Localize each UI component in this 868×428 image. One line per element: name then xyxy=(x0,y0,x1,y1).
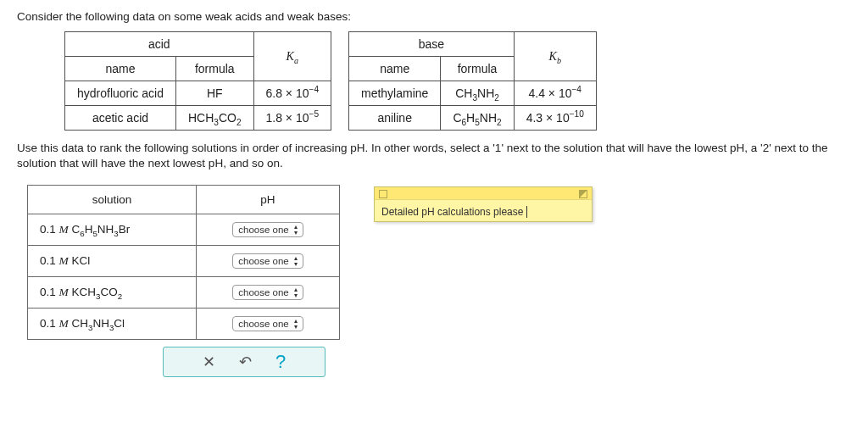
table-row: 0.1 M KCH3CO2 choose one▴▾ xyxy=(28,277,340,308)
acid-formula-header: formula xyxy=(175,57,253,81)
solution-header: solution xyxy=(28,186,197,214)
solution-table: solution pH 0.1 M C6H5NH3Br choose one▴▾… xyxy=(27,185,340,340)
note-handle-icon xyxy=(379,190,387,198)
base-formula-cell: C6H5NH2 xyxy=(441,106,514,131)
solution-cell: 0.1 M CH3NH3Cl xyxy=(28,308,197,340)
solution-cell: 0.1 M KCl xyxy=(28,246,197,277)
base-kb-cell: 4.4 × 10−4 xyxy=(514,81,596,106)
table-row: 0.1 M KCl choose one▴▾ xyxy=(28,246,340,277)
sticky-note[interactable]: Detailed pH calculations please xyxy=(374,186,593,222)
base-formula-header: formula xyxy=(441,57,514,81)
chevron-updown-icon: ▴▾ xyxy=(294,224,298,236)
base-group-header: base xyxy=(349,32,515,57)
instructions-text: Use this data to rank the following solu… xyxy=(17,141,851,171)
table-row: 0.1 M CH3NH3Cl choose one▴▾ xyxy=(28,308,340,340)
table-row: 0.1 M C6H5NH3Br choose one▴▾ xyxy=(28,214,340,246)
chevron-updown-icon: ▴▾ xyxy=(294,255,298,267)
acid-formula-cell: HF xyxy=(175,81,253,106)
close-button[interactable]: ✕ xyxy=(203,354,215,370)
undo-button[interactable]: ↶ xyxy=(239,354,252,370)
kb-header: Kb xyxy=(514,32,596,81)
note-text[interactable]: Detailed pH calculations please xyxy=(381,206,585,218)
table-row: methylamine CH3NH2 4.4 × 10−4 xyxy=(349,81,597,106)
base-table: base Kb name formula methylamine CH3NH2 … xyxy=(348,31,597,131)
acid-name-header: name xyxy=(65,57,176,81)
intro-text: Consider the following data on some weak… xyxy=(17,10,851,23)
acid-formula-cell: HCH3CO2 xyxy=(175,106,253,131)
base-name-header: name xyxy=(349,57,441,81)
note-resize-icon xyxy=(579,190,587,198)
base-formula-cell: CH3NH2 xyxy=(441,81,514,106)
ph-select-2[interactable]: choose one▴▾ xyxy=(232,253,303,269)
base-name-cell: methylamine xyxy=(349,81,441,106)
solution-cell: 0.1 M C6H5NH3Br xyxy=(28,214,197,246)
chevron-updown-icon: ▴▾ xyxy=(294,286,298,298)
table-row: aniline C6H5NH2 4.3 × 10−10 xyxy=(349,106,597,131)
ph-select-1[interactable]: choose one▴▾ xyxy=(232,222,303,237)
base-kb-cell: 4.3 × 10−10 xyxy=(514,106,596,131)
table-row: acetic acid HCH3CO2 1.8 × 10−5 xyxy=(65,106,331,131)
acid-ka-cell: 1.8 × 10−5 xyxy=(253,106,331,131)
acid-table: acid Ka name formula hydrofluoric acid H… xyxy=(64,31,331,131)
note-drag-bar[interactable] xyxy=(375,187,592,200)
chevron-updown-icon: ▴▾ xyxy=(294,318,298,330)
acid-ka-cell: 6.8 × 10−4 xyxy=(253,81,331,106)
acid-name-cell: acetic acid xyxy=(65,106,176,131)
acid-name-cell: hydrofluoric acid xyxy=(65,81,176,106)
constants-tables: acid Ka name formula hydrofluoric acid H… xyxy=(64,31,851,131)
acid-group-header: acid xyxy=(65,32,254,57)
solution-cell: 0.1 M KCH3CO2 xyxy=(28,277,197,308)
ph-select-4[interactable]: choose one▴▾ xyxy=(232,316,303,331)
ka-header: Ka xyxy=(253,32,331,81)
help-button[interactable]: ? xyxy=(275,353,286,371)
base-name-cell: aniline xyxy=(349,106,441,131)
ph-select-3[interactable]: choose one▴▾ xyxy=(232,285,303,300)
table-row: hydrofluoric acid HF 6.8 × 10−4 xyxy=(65,81,331,106)
ph-header: pH xyxy=(197,186,340,214)
action-button-bar: ✕ ↶ ? xyxy=(163,347,326,377)
